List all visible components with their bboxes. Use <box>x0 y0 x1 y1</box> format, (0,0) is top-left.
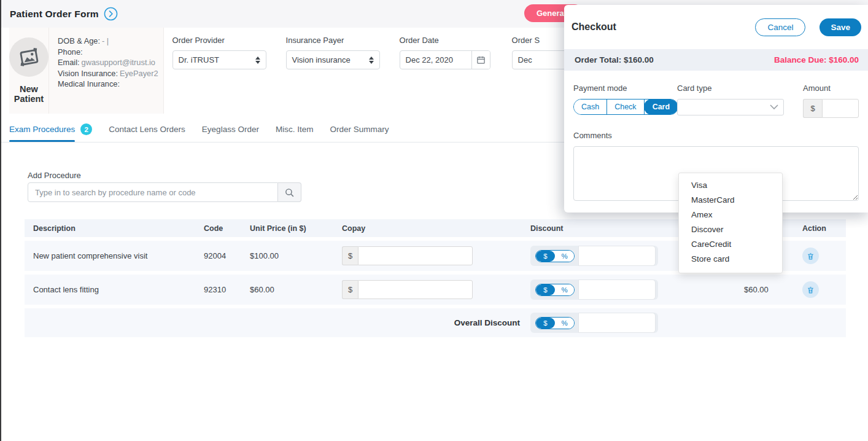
payment-mode-field: Payment mode Cash Check Card <box>573 84 677 118</box>
procedure-unit-price: $60.00 <box>250 285 342 294</box>
discount-percent-option[interactable]: % <box>555 284 574 295</box>
discount-field: $ % <box>530 279 658 300</box>
patient-vision-insurance-line: Vision Insurance:EyePayer2 <box>58 68 158 79</box>
patient-name: New Patient <box>9 84 48 104</box>
copay-field: $ <box>342 246 473 265</box>
checkout-title: Checkout <box>572 21 755 33</box>
col-code: Code <box>204 224 250 233</box>
checkout-totals-bar: Order Total: $160.00 Balance Due: $160.0… <box>564 49 868 71</box>
order-provider-field: Order Provider Dr. iTRUST <box>172 36 266 114</box>
patient-email-line: Email:gwasupport@itrust.io <box>58 57 158 68</box>
col-unit-price: Unit Price (in $) <box>250 224 342 233</box>
cancel-button[interactable]: Cancel <box>755 18 805 36</box>
order-date-field: Order Date Dec 22, 2020 <box>400 36 490 114</box>
search-button[interactable] <box>278 182 301 202</box>
payment-mode-label: Payment mode <box>573 84 677 93</box>
discount-dollar-option[interactable]: $ <box>536 251 555 262</box>
patient-phone-line: Phone: <box>58 47 158 58</box>
trash-icon <box>807 286 815 294</box>
discount-percent-option[interactable]: % <box>555 251 574 262</box>
payment-mode-segmented: Cash Check Card <box>573 99 678 115</box>
card-option-carecredit[interactable]: CareCredit <box>679 237 782 252</box>
amount-dollar-prefix: $ <box>803 99 822 118</box>
order-total: Order Total: $160.00 <box>575 55 654 64</box>
chevron-down-icon <box>770 104 778 110</box>
order-fields-row: Order Provider Dr. iTRUST Insurance Paye… <box>164 28 598 114</box>
comments-label: Comments <box>573 131 859 140</box>
order-date-label: Order Date <box>400 36 490 45</box>
procedure-description: Contact lens fitting <box>25 285 204 294</box>
checkout-body: Payment mode Cash Check Card Card type A… <box>564 71 868 203</box>
tab-eyeglass-order[interactable]: Eyeglass Order <box>202 117 259 142</box>
calendar-icon[interactable] <box>471 51 490 69</box>
procedure-code: 92310 <box>204 285 250 294</box>
card-option-visa[interactable]: Visa <box>679 178 782 193</box>
order-date-input[interactable]: Dec 22, 2020 <box>400 50 490 69</box>
circle-chevron-right-icon[interactable] <box>104 7 118 21</box>
card-option-discover[interactable]: Discover <box>679 222 782 237</box>
save-button[interactable]: Save <box>820 18 861 36</box>
tab-contact-lens-orders[interactable]: Contact Lens Orders <box>109 117 185 142</box>
order-provider-select[interactable]: Dr. iTRUST <box>172 50 266 69</box>
card-option-store-card[interactable]: Store card <box>679 252 782 267</box>
discount-dollar-option[interactable]: $ <box>536 284 555 295</box>
order-provider-label: Order Provider <box>172 36 266 45</box>
copay-field: $ <box>342 280 473 299</box>
patient-summary: New Patient DOB & Age:- | Phone: Email:g… <box>9 28 563 114</box>
payment-option-check[interactable]: Check <box>607 100 644 114</box>
procedure-description: New patient comprehensive visit <box>25 251 204 260</box>
discount-field: $ % <box>530 246 658 266</box>
patient-dob-line: DOB & Age:- | <box>58 36 158 47</box>
updown-icon <box>255 57 260 64</box>
insurance-payer-label: Insurance Payer <box>286 36 380 45</box>
photo-icon <box>17 45 41 69</box>
delete-procedure-button[interactable] <box>802 248 819 264</box>
card-option-mastercard[interactable]: MasterCard <box>679 193 782 208</box>
tab-order-summary[interactable]: Order Summary <box>330 117 389 142</box>
payment-option-cash[interactable]: Cash <box>574 100 607 114</box>
tab-exam-procedures[interactable]: Exam Procedures 2 <box>9 117 92 142</box>
card-type-label: Card type <box>677 84 803 93</box>
tab-misc-item[interactable]: Misc. Item <box>276 117 314 142</box>
col-copay: Copay <box>342 224 530 233</box>
copay-dollar-prefix: $ <box>342 246 358 265</box>
col-description: Description <box>25 224 204 233</box>
patient-order-form-page: Patient Order Form Generate New Patient <box>0 0 868 441</box>
patient-avatar-cell: New Patient <box>9 28 49 114</box>
procedure-search <box>28 182 301 202</box>
overall-discount-input[interactable] <box>578 313 656 333</box>
copay-input[interactable] <box>358 246 473 265</box>
procedure-code: 92004 <box>204 251 250 260</box>
card-type-select[interactable] <box>677 99 784 115</box>
discount-unit-toggle: $ % <box>535 250 575 262</box>
search-icon <box>284 187 295 198</box>
procedure-subtotal: $60.00 <box>744 285 802 294</box>
patient-medical-insurance-line: Medical Inurance: <box>58 79 158 90</box>
card-option-amex[interactable]: Amex <box>679 208 782 222</box>
overall-discount-row: Overall Discount $ % <box>25 308 846 337</box>
discount-percent-option[interactable]: % <box>555 318 574 329</box>
discount-input[interactable] <box>578 279 656 300</box>
procedure-unit-price: $100.00 <box>250 251 342 260</box>
insurance-payer-select[interactable]: Vision insurance <box>286 50 380 69</box>
avatar[interactable] <box>9 37 48 77</box>
overall-discount-field: $ % <box>530 313 658 333</box>
copay-input[interactable] <box>358 280 473 299</box>
discount-dollar-option[interactable]: $ <box>536 318 555 329</box>
copay-dollar-prefix: $ <box>342 280 358 299</box>
add-procedure-label: Add Procedure <box>28 171 81 180</box>
col-action: Action <box>802 224 846 233</box>
payment-option-card[interactable]: Card <box>644 99 678 115</box>
discount-unit-toggle: $ % <box>535 284 575 296</box>
exam-procedures-count-badge: 2 <box>80 123 92 135</box>
card-type-dropdown: Visa MasterCard Amex Discover CareCredit… <box>678 173 783 273</box>
delete-procedure-button[interactable] <box>802 281 819 298</box>
discount-input[interactable] <box>578 246 656 266</box>
amount-input[interactable] <box>822 99 859 118</box>
procedure-search-input[interactable] <box>28 182 278 202</box>
trash-icon <box>807 252 815 260</box>
insurance-payer-field: Insurance Payer Vision insurance <box>286 36 380 114</box>
table-row: Contact lens fitting 92310 $60.00 $ $ % <box>25 275 846 305</box>
checkout-panel: Checkout Cancel Save Order Total: $160.0… <box>564 5 868 213</box>
updown-icon <box>369 57 374 64</box>
